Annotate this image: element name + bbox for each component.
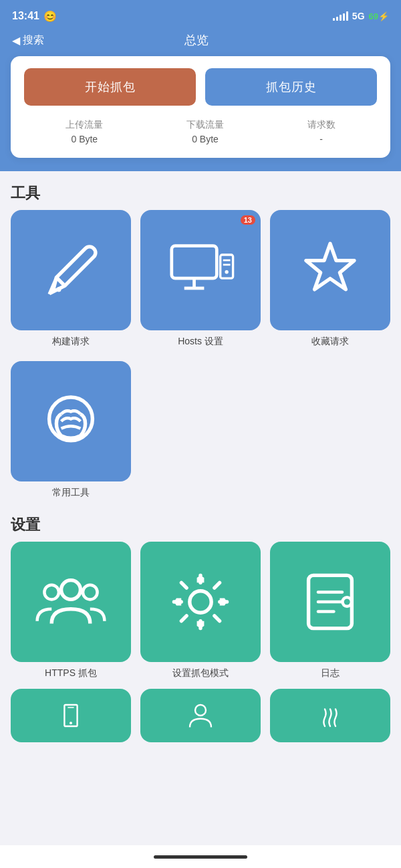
tool-common-label: 常用工具 — [52, 487, 90, 499]
requests-label: 请求数 — [307, 119, 336, 131]
page-title: 总览 — [44, 32, 349, 48]
stat-upload: 上传流量 0 Byte — [65, 119, 103, 144]
build-request-icon-box — [11, 210, 131, 330]
stat-requests: 请求数 - — [307, 119, 336, 144]
tools-empty-slot-1 — [140, 361, 261, 499]
main-card: 开始抓包 抓包历史 上传流量 0 Byte 下载流量 0 Byte 请求数 - — [11, 56, 390, 158]
common-tools-icon-box — [11, 361, 131, 481]
chevron-left-icon: ◀ — [12, 34, 20, 47]
status-time: 13:41 😊 — [12, 10, 57, 23]
stat-download: 下载流量 0 Byte — [186, 119, 224, 144]
tool-partial-1[interactable] — [11, 689, 131, 742]
tool-build-request[interactable]: 构建请求 — [11, 210, 131, 348]
hosts-icon-box: 13 — [140, 210, 261, 330]
card-section: 开始抓包 抓包历史 上传流量 0 Byte 下载流量 0 Byte 请求数 - — [0, 56, 401, 171]
tool-favorites-label: 收藏请求 — [311, 336, 349, 348]
favorites-icon-box — [270, 210, 390, 330]
svg-point-11 — [83, 585, 98, 600]
back-button[interactable]: ◀ 搜索 — [12, 33, 44, 47]
tools-empty-slot-2 — [270, 361, 390, 499]
battery-percent: 69 — [369, 11, 378, 21]
log-icon-box — [270, 542, 390, 662]
hosts-badge-count: 13 — [241, 215, 255, 225]
upload-label: 上传流量 — [65, 119, 103, 131]
download-label: 下载流量 — [186, 119, 224, 131]
tool-https-label: HTTPS 抓包 — [45, 667, 97, 679]
tool-favorites[interactable]: 收藏请求 — [270, 210, 390, 348]
status-right: 5G 69⚡ — [333, 11, 389, 21]
svg-point-0 — [56, 287, 61, 292]
tools-section-title: 工具 — [0, 171, 401, 210]
tool-log-label: 日志 — [321, 667, 340, 679]
person-icon — [164, 699, 237, 732]
tool-hosts-label: Hosts 设置 — [178, 336, 223, 348]
tool-build-request-label: 构建请求 — [52, 336, 90, 348]
log-icon — [294, 566, 366, 638]
svg-point-18 — [344, 599, 350, 605]
gear-icon — [164, 566, 237, 638]
time-display: 13:41 — [12, 10, 39, 22]
tool-partial-2[interactable] — [140, 689, 261, 742]
capture-history-button[interactable]: 抓包历史 — [205, 68, 377, 106]
svg-point-12 — [190, 591, 211, 613]
steam-icon — [294, 699, 366, 732]
action-buttons: 开始抓包 抓包历史 — [24, 68, 377, 106]
nav-bar: ◀ 搜索 总览 — [0, 29, 401, 56]
svg-point-10 — [44, 585, 59, 600]
phone-icon — [35, 699, 107, 732]
tool-hosts[interactable]: 13 Hosts 设置 — [140, 210, 261, 348]
partial-1-icon-box — [11, 689, 131, 742]
requests-value: - — [307, 134, 336, 144]
svg-point-21 — [195, 705, 206, 716]
emoji-icon: 😊 — [43, 10, 57, 23]
partial-3-icon-box — [270, 689, 390, 742]
star-icon — [294, 234, 366, 306]
pen-icon — [35, 234, 107, 306]
tool-capture-mode[interactable]: 设置抓包模式 — [140, 542, 261, 679]
tool-common[interactable]: 常用工具 — [11, 361, 131, 499]
upload-value: 0 Byte — [65, 134, 103, 144]
start-capture-button[interactable]: 开始抓包 — [24, 68, 196, 106]
tool-log[interactable]: 日志 — [270, 542, 390, 679]
settings-grid: HTTPS 抓包 设置抓包模式 — [0, 542, 401, 823]
svg-point-9 — [61, 580, 81, 600]
settings-section-title: 设置 — [0, 503, 401, 542]
https-icon-box — [11, 542, 131, 662]
tools-icon — [35, 385, 107, 457]
monitor-icon — [164, 234, 237, 306]
stats-row: 上传流量 0 Byte 下载流量 0 Byte 请求数 - — [24, 119, 377, 144]
battery-icon: 69⚡ — [369, 11, 389, 21]
home-bar — [154, 855, 247, 859]
signal-icon — [333, 11, 348, 21]
home-indicator — [0, 845, 401, 868]
users-icon — [35, 566, 107, 638]
svg-point-19 — [70, 722, 72, 724]
svg-point-7 — [225, 270, 228, 274]
tool-capture-mode-label: 设置抓包模式 — [172, 667, 229, 679]
tools-extra-grid: 常用工具 — [0, 352, 401, 503]
status-bar: 13:41 😊 5G 69⚡ — [0, 0, 401, 29]
svg-rect-1 — [172, 246, 217, 279]
tools-grid: 构建请求 13 Hosts 设置 收藏 — [0, 210, 401, 352]
download-value: 0 Byte — [186, 134, 224, 144]
capture-mode-icon-box — [140, 542, 261, 662]
partial-2-icon-box — [140, 689, 261, 742]
svg-rect-4 — [221, 255, 233, 278]
tool-https[interactable]: HTTPS 抓包 — [11, 542, 131, 679]
tool-partial-3[interactable] — [270, 689, 390, 742]
network-type: 5G — [352, 11, 365, 21]
back-label: 搜索 — [23, 33, 44, 47]
